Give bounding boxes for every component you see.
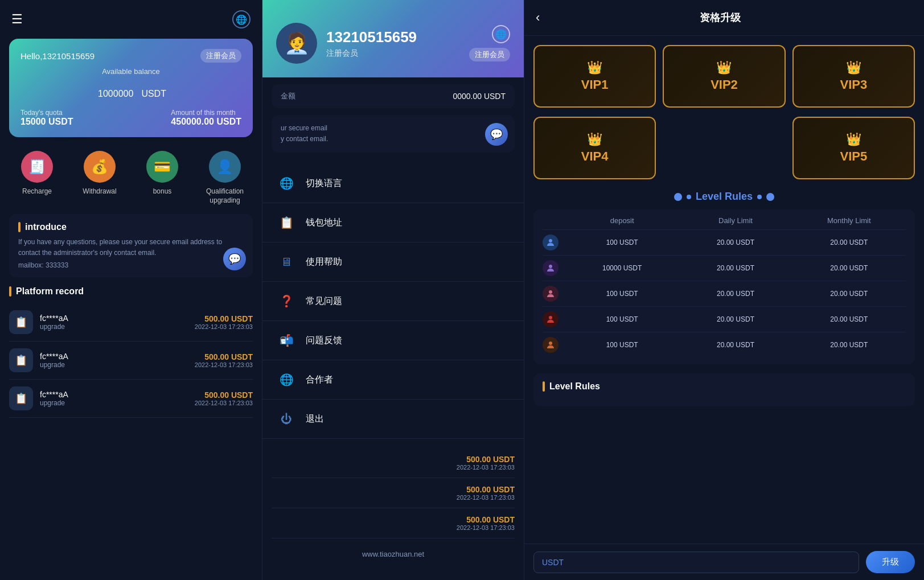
watermark-text: www.tiaozhuan.net [262, 538, 524, 570]
introduce-text: If you have any questions, please use yo… [18, 237, 244, 258]
row2-daily: 20.00 USDT [679, 264, 792, 272]
record-amount: 500.00 USDT [195, 352, 253, 361]
available-label: Available balance [20, 67, 241, 76]
menu-item-wallet-label: 钱包地址 [306, 217, 342, 229]
vip-page-title: 资格升级 [549, 11, 891, 24]
record-name: fc****aA [40, 314, 195, 323]
table-row: 10000 USDT 20.00 USDT 20.00 USDT [543, 256, 906, 281]
qualification-label: Qualification upgrading [202, 187, 248, 205]
vip4-card[interactable]: 👑 VIP4 [533, 117, 656, 179]
menu-item-partner-label: 合作者 [306, 374, 333, 386]
record-time: 2022-12-03 17:23:03 [272, 524, 515, 531]
record-time: 2022-12-03 17:23:03 [195, 323, 253, 330]
menu-item-faq[interactable]: ❓ 常见问题 [262, 282, 524, 321]
globe-icon[interactable]: 🌐 [232, 10, 250, 28]
month-amount: Amount of this month 450000.00 USDT [171, 109, 241, 127]
record-right: 500.00 USDT 2022-12-03 17:23:03 [195, 352, 253, 368]
vip5-label: VIP5 [840, 149, 867, 164]
svg-point-3 [549, 316, 552, 319]
hamburger-icon[interactable]: ☰ [11, 12, 23, 27]
menu-item-wallet[interactable]: 📋 钱包地址 [262, 203, 524, 242]
faq-icon: ❓ [276, 291, 297, 311]
partner-icon: 🌐 [276, 369, 297, 390]
menu-item-feedback[interactable]: 📬 问题反馈 [262, 321, 524, 360]
menu-list: 🌐 切换语言 📋 钱包地址 🖥 使用帮助 ❓ 常见问题 📬 问题反馈 🌐 合作者… [262, 159, 524, 443]
record-amount: 500.00 USDT [195, 314, 253, 323]
panel-main: ☰ 🌐 Hello,13210515659 注册会员 Available bal… [0, 0, 262, 580]
introduce-title: introduce [18, 222, 244, 232]
vip1-card[interactable]: 👑 VIP1 [533, 45, 656, 108]
menu-item-logout[interactable]: ⏻ 退出 [262, 400, 524, 439]
record-avatar: 📋 [9, 348, 33, 372]
row4-deposit: 100 USDT [565, 315, 679, 323]
vip3-card[interactable]: 👑 VIP3 [792, 45, 915, 108]
record-info: fc****aA upgrade [40, 390, 195, 407]
dot-right-small [757, 195, 762, 199]
partial-balance-label: 金额 [281, 91, 295, 101]
table-row: 100 USDT 20.00 USDT 20.00 USDT [543, 230, 906, 256]
menu-item-feedback-label: 问题反馈 [306, 335, 342, 347]
header-monthly: Monthly Limit [792, 216, 906, 225]
menu-register-button[interactable]: 注册会员 [469, 48, 510, 61]
table-row: 500.00 USDT 2022-12-03 17:23:03 [272, 448, 515, 478]
record-amount: 500.00 USDT [272, 485, 515, 494]
menu-item-language[interactable]: 🌐 切换语言 [262, 164, 524, 203]
partial-balance-value: 0000.00 USDT [453, 92, 506, 101]
withdrawal-action[interactable]: 💰 Withdrawal [77, 151, 122, 205]
vip4-crown-icon: 👑 [587, 132, 602, 147]
record-amount: 500.00 USDT [195, 390, 253, 400]
bottom-level-rules-title: Level Rules [543, 381, 906, 392]
recharge-action[interactable]: 🧾 Recharge [14, 151, 60, 205]
help-icon: 🖥 [276, 252, 297, 272]
withdrawal-label: Withdrawal [83, 187, 116, 196]
record-info: fc****aA upgrade [40, 314, 195, 331]
today-quota: Today's quota 15000 USDT [20, 109, 73, 127]
platform-record-section: Platform record 📋 fc****aA upgrade 500.0… [9, 286, 253, 418]
vip3-label: VIP3 [840, 77, 867, 92]
table-row: 📋 fc****aA upgrade 500.00 USDT 2022-12-0… [9, 303, 253, 342]
profile-phone: 13210515659 [326, 28, 417, 46]
register-button[interactable]: 注册会员 [200, 49, 241, 63]
bonus-icon: 💳 [146, 151, 178, 183]
vip5-card[interactable]: 👑 VIP5 [792, 117, 915, 179]
main-top-bar: ☰ 🌐 [0, 0, 262, 34]
table-row: 📋 fc****aA upgrade 500.00 USDT 2022-12-0… [9, 380, 253, 418]
level-icon-vip1 [543, 235, 558, 250]
bottom-level-rules: Level Rules [533, 373, 915, 406]
record-right: 500.00 USDT 2022-12-03 17:23:03 [272, 485, 515, 501]
row1-daily: 20.00 USDT [679, 238, 792, 246]
qualification-action[interactable]: 👤 Qualification upgrading [202, 151, 248, 205]
record-type: upgrade [40, 323, 195, 331]
back-button[interactable]: ‹ [536, 10, 540, 25]
hello-text: Hello,13210515659 [20, 51, 95, 61]
menu-chat-bubble[interactable]: 💬 [485, 123, 508, 146]
vip1-crown-icon: 👑 [587, 60, 602, 75]
record-avatar: 📋 [9, 310, 33, 334]
bonus-label: bonus [153, 187, 172, 196]
menu-globe-icon[interactable]: 🌐 [492, 25, 510, 43]
menu-item-help[interactable]: 🖥 使用帮助 [262, 242, 524, 282]
menu-item-help-label: 使用帮助 [306, 256, 342, 268]
table-row: 100 USDT 20.00 USDT 20.00 USDT [543, 307, 906, 332]
menu-item-partner[interactable]: 🌐 合作者 [262, 360, 524, 400]
svg-point-4 [549, 342, 552, 345]
bonus-action[interactable]: 💳 bonus [139, 151, 185, 205]
feedback-icon: 📬 [276, 330, 297, 351]
table-row: 📋 fc****aA upgrade 500.00 USDT 2022-12-0… [9, 342, 253, 380]
vip2-crown-icon: 👑 [716, 60, 732, 75]
menu-item-logout-label: 退出 [306, 413, 324, 425]
qualification-icon: 👤 [209, 151, 241, 183]
quota-row: Today's quota 15000 USDT Amount of this … [20, 109, 241, 127]
dot-left-small [687, 195, 691, 199]
hello-row: Hello,13210515659 注册会员 [20, 49, 241, 63]
row5-monthly: 20.00 USDT [792, 341, 906, 349]
record-time: 2022-12-03 17:23:03 [272, 494, 515, 501]
upgrade-button[interactable]: 升级 [866, 551, 915, 573]
vip2-card[interactable]: 👑 VIP2 [663, 45, 785, 108]
row3-daily: 20.00 USDT [679, 290, 792, 298]
row4-daily: 20.00 USDT [679, 315, 792, 323]
upgrade-input[interactable] [533, 552, 859, 573]
level-rules-title: Level Rules [696, 191, 753, 203]
record-right: 500.00 USDT 2022-12-03 17:23:03 [195, 314, 253, 330]
chat-bubble-button[interactable]: 💬 [223, 248, 246, 270]
